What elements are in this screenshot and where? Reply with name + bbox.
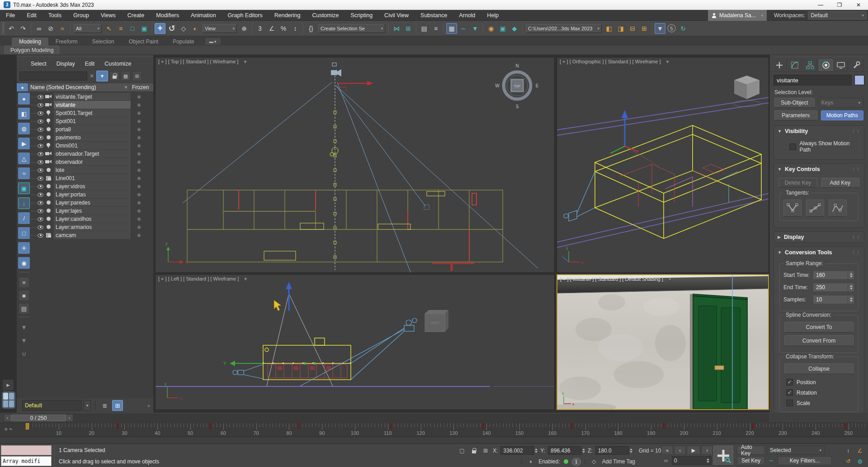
align-icon[interactable]: ⊞ — [403, 23, 414, 34]
menu-customize[interactable]: Customize — [306, 10, 344, 21]
create-selection-set-dropdown[interactable]: Create Selection Se▾ — [318, 24, 385, 33]
frozen-cell[interactable]: ✳ — [131, 93, 153, 101]
scene-row-visitante-target[interactable]: visitante.Target✳ — [31, 93, 153, 101]
clear-search-icon[interactable]: ✕ — [89, 73, 95, 79]
scene-row-layer-paredes[interactable]: Layer:paredes✳ — [31, 199, 153, 207]
scene-row-observador-target[interactable]: observador.Target✳ — [31, 150, 153, 158]
filter-button[interactable]: ▼ — [96, 71, 108, 81]
display-spacewarps-icon[interactable]: ≈ — [18, 167, 30, 179]
frozen-cell[interactable]: ✳ — [131, 150, 153, 158]
timeline-key[interactable] — [752, 424, 754, 429]
render-production-icon[interactable]: ◆ — [509, 23, 520, 34]
absolute-mode-icon[interactable]: ⊞ — [481, 447, 490, 455]
start-time-field[interactable]: 160 — [813, 271, 854, 280]
name-column-header[interactable]: Name (Sorted Descending) ▼ — [30, 84, 130, 91]
menu-arnold[interactable]: Arnold — [453, 10, 481, 21]
field-of-view-icon[interactable]: ∠ — [854, 446, 865, 455]
default-in-out-tangents-icon[interactable]: ∼ — [767, 457, 776, 465]
close-button[interactable]: ✕ — [849, 0, 868, 10]
expand-panel-button[interactable]: ▶ — [3, 380, 14, 391]
frozen-cell[interactable]: ✳ — [131, 207, 153, 215]
mirror-icon[interactable]: ⋈ — [391, 23, 402, 34]
timeline-key[interactable] — [390, 424, 392, 429]
viewport-camera-label[interactable]: [ + ] [ visitante ] [ Standard ] [ Defau… — [560, 276, 663, 282]
panel-drag-handle[interactable] — [770, 55, 868, 58]
display-groups-icon[interactable]: ▣ — [18, 182, 30, 194]
menu-rendering[interactable]: Rendering — [269, 10, 307, 21]
frozen-cell[interactable]: ✳ — [131, 158, 153, 166]
next-frame-arrow[interactable]: › — [66, 415, 73, 421]
use-center-icon[interactable]: ⊕ — [239, 23, 250, 34]
scene-row-spot001[interactable]: Spot001✳ — [31, 117, 153, 125]
z-coordinate-field[interactable]: 180.0 — [595, 446, 629, 455]
go-to-start-button[interactable]: « — [661, 446, 673, 455]
menu-graph-editors[interactable]: Graph Editors — [222, 10, 269, 21]
explorer-menu-customize[interactable]: Customize — [100, 61, 135, 67]
ribbon-tab-modeling[interactable]: Modeling — [12, 38, 48, 46]
select-object-icon[interactable]: ↖ — [104, 23, 114, 34]
visibility-eye-icon[interactable] — [38, 185, 43, 189]
funnel-icon[interactable]: ▼ — [665, 59, 670, 64]
overflow-chevrons[interactable]: » — [147, 403, 150, 408]
scene-row-omni001[interactable]: Omni001✳ — [31, 142, 153, 150]
select-move-icon[interactable]: + — [155, 23, 165, 34]
sync-selection-button[interactable]: ▦ — [121, 71, 131, 81]
viewport-layout-tabs-icon[interactable] — [2, 391, 15, 409]
maxscript-mini-listener-input[interactable]: Array modifi — [1, 456, 52, 466]
viewport-top-label[interactable]: [ + ] [ Top ] [ Standard ] [ Wireframe ] — [158, 59, 238, 64]
ribbon-overflow-button[interactable]: ▬▾ — [205, 38, 221, 45]
tab-modify-icon[interactable] — [788, 59, 802, 71]
scene-row-porta8[interactable]: porta8✳ — [31, 125, 153, 133]
select-by-name-icon[interactable]: ≡ — [115, 23, 126, 34]
pick-parent-button[interactable]: ⊞ — [132, 71, 142, 81]
display-shapes-icon[interactable]: ◧ — [18, 108, 30, 119]
timeline-key[interactable] — [298, 424, 299, 429]
rect-selection-region-icon[interactable]: □ — [127, 23, 138, 34]
scene-row-layer-armarios[interactable]: Layer:armarios✳ — [31, 223, 153, 231]
frozen-column-header[interactable]: Frozen — [130, 84, 153, 91]
menu-edit[interactable]: Edit — [21, 10, 42, 21]
visibility-eye-icon[interactable] — [38, 103, 43, 107]
selection-region-icon[interactable]: ▢ — [458, 447, 467, 455]
linear-tangent-icon[interactable] — [806, 200, 824, 217]
tab-hierarchy-icon[interactable] — [803, 59, 817, 71]
timeline-key[interactable] — [663, 424, 665, 429]
isolate-selection-icon[interactable]: ◇ — [590, 457, 599, 466]
key-mode-toggle-icon[interactable]: ‹› — [661, 457, 670, 465]
x-coordinate-field[interactable]: 336.002 — [500, 446, 534, 455]
frozen-cell[interactable]: ✳ — [131, 174, 153, 182]
tab-display-icon[interactable] — [834, 59, 848, 71]
named-selection-sets-icon[interactable]: {} — [306, 23, 316, 34]
frozen-cell[interactable]: ✳ — [131, 101, 153, 109]
percent-snap-icon[interactable]: % — [278, 23, 289, 34]
truck-camera-icon[interactable]: ◍ — [854, 456, 865, 466]
visibility-eye-icon[interactable] — [38, 201, 43, 205]
mini-track-icon[interactable]: ≡ — [5, 426, 7, 432]
frozen-cell[interactable]: ✳ — [131, 125, 153, 133]
bind-spacewarp-icon[interactable]: ≈ — [57, 23, 68, 34]
viewport-left-label[interactable]: [ + ] [ Left ] [ Standard ] [ Wireframe … — [158, 276, 239, 281]
scene-row-layer-vidros[interactable]: Layer:vidros✳ — [31, 182, 153, 191]
visibility-eye-icon[interactable] — [38, 144, 43, 148]
explorer-menu-display[interactable]: Display — [52, 61, 79, 67]
spinner-arrows[interactable] — [535, 448, 538, 453]
track-bar[interactable]: ≡≈ 1020304050607080901001101201301401501… — [0, 423, 868, 437]
menu-scripting[interactable]: Scripting — [344, 10, 378, 21]
sub-object-button[interactable]: Sub-Object — [774, 98, 815, 108]
display-xrefs-icon[interactable]: ↓ — [18, 197, 30, 209]
block-view-icon[interactable]: ■ — [19, 291, 29, 300]
spinner-arrows[interactable] — [582, 448, 585, 453]
previous-frame-button[interactable]: ‹ — [674, 446, 686, 455]
ribbon-toggle-icon[interactable]: ▦ — [446, 23, 457, 34]
ribbon-tab-selection[interactable]: Selection — [85, 38, 121, 46]
relink-assets-icon[interactable]: ⊟ — [627, 23, 638, 34]
visibility-eye-icon[interactable] — [38, 234, 43, 238]
menu-create[interactable]: Create — [122, 10, 151, 21]
menu-file[interactable]: File — [0, 10, 21, 21]
display-hidden-icon[interactable]: ◉ — [18, 257, 30, 269]
frozen-cell[interactable]: ✳ — [131, 215, 153, 223]
scene-row-layer-lajes[interactable]: Layer:lajes✳ — [31, 207, 153, 215]
scene-row-observador[interactable]: observador✳ — [31, 158, 153, 166]
end-time-field[interactable]: 250 — [813, 283, 854, 292]
visibility-eye-icon[interactable] — [38, 176, 43, 181]
